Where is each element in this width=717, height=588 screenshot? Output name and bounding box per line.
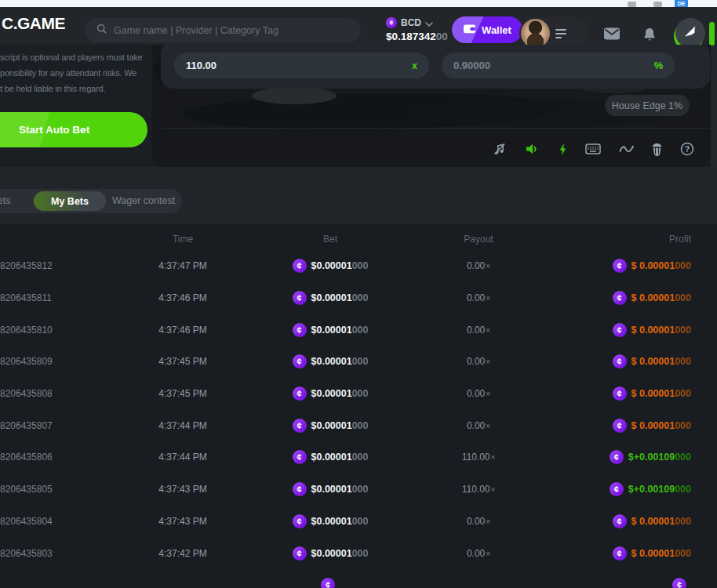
payout-cell: 110.00× (413, 484, 544, 495)
chat-button[interactable] (675, 18, 705, 48)
browser-extension-icon[interactable] (628, 2, 636, 7)
profit-cell (544, 578, 717, 588)
tab-wager-contest[interactable]: Wager contest (112, 195, 175, 206)
win-chance-field[interactable]: % (442, 53, 675, 78)
profit-cell: $ 0.00001000 (544, 514, 717, 528)
bet-amount: $0.00001000 (311, 325, 369, 336)
bet-amount-main: $0.00001 (311, 292, 352, 303)
bet-amount: $0.00001000 (311, 548, 369, 559)
header-profit: Profit (544, 234, 717, 245)
bet-cell: $0.00001000 (248, 450, 413, 464)
profit-amount: $ 0.00001000 (631, 420, 691, 431)
bet-amount-decimals: 000 (352, 260, 369, 271)
strategy-acorn-icon[interactable] (648, 140, 665, 158)
profit-amount-decimals: 000 (675, 484, 691, 495)
profit-cell: $+0.00109000 (544, 482, 717, 496)
bet-cell (248, 578, 413, 588)
game-search[interactable] (85, 18, 361, 42)
payout-cell: 110.00× (413, 452, 544, 463)
tab-my-bets[interactable]: My Bets (34, 191, 106, 211)
hotkeys-keyboard-icon[interactable] (584, 140, 602, 158)
bcd-coin-icon (293, 387, 307, 401)
start-auto-bet-button[interactable]: Start Auto Bet (0, 112, 147, 147)
bet-amount: $0.00001000 (311, 452, 369, 463)
autobet-disclaimer: script is optional and players must take… (0, 49, 143, 96)
profit-amount-main: $ 0.00001 (631, 292, 675, 303)
table-row[interactable]: 82064358054:37:43 PM$0.00001000110.00×$+… (0, 474, 717, 506)
bet-id-cell: 8206435809 (0, 356, 118, 367)
profit-amount-main: $ 0.00001 (631, 325, 675, 336)
tab-all-bets[interactable]: All Bets (0, 195, 10, 206)
table-row[interactable]: 82064358044:37:43 PM$0.000010000.00×$ 0.… (0, 506, 717, 538)
table-row[interactable]: 82064358074:37:44 PM$0.000010000.00×$ 0.… (0, 409, 717, 441)
profit-amount-decimals: 000 (675, 356, 691, 367)
table-row[interactable]: 82064358104:37:46 PM$0.000010000.00×$ 0.… (0, 314, 717, 346)
header-payout: Payout (413, 234, 544, 245)
bcd-coin-icon (613, 259, 627, 273)
bcd-coin-icon (293, 354, 307, 368)
bcd-coin-icon (293, 546, 307, 561)
win-chance-input[interactable] (453, 60, 654, 71)
profit-amount-decimals: 000 (675, 452, 691, 463)
site-logo[interactable]: C.GAME (2, 14, 65, 33)
help-circle-icon[interactable]: ? (679, 140, 696, 158)
payout-cell: 0.00× (413, 325, 544, 336)
payout-multiplier-sign: × (486, 262, 490, 270)
bcd-coin-icon (613, 354, 627, 368)
bet-amount-main: $0.00001 (311, 420, 352, 431)
messages-envelope-icon[interactable] (604, 27, 620, 43)
bet-amount-decimals: 000 (352, 548, 369, 559)
profit-amount: $+0.00109000 (628, 452, 691, 463)
scrollbar-thumb[interactable] (709, 22, 715, 45)
wallet-icon (463, 23, 476, 37)
profit-cell: $+0.00109000 (544, 450, 717, 464)
bcd-coin-icon (672, 578, 686, 588)
browser-extension-icon[interactable] (653, 2, 662, 7)
bet-id-cell: 8206435811 (0, 292, 118, 303)
bet-amount-main: $0.00001 (311, 484, 352, 495)
table-row[interactable]: 82064358114:37:46 PM$0.000010000.00×$ 0.… (0, 282, 717, 314)
table-row[interactable]: 82064358064:37:44 PM$0.00001000110.00×$+… (0, 441, 717, 474)
live-stats-wave-icon[interactable] (618, 140, 635, 158)
table-row[interactable]: 82064358084:37:45 PM$0.000010000.00×$ 0.… (0, 378, 717, 410)
profit-cell: $ 0.00001000 (544, 291, 717, 305)
payout-multiplier-field[interactable]: x (174, 53, 429, 78)
profit-cell: $ 0.00001000 (544, 546, 717, 561)
game-panel: x % House Edge 1% ? (151, 45, 711, 167)
currency-selector[interactable]: BCD $0.18734200 (386, 16, 448, 42)
payout-multiplier-sign: × (486, 294, 490, 303)
avatar[interactable] (521, 19, 550, 48)
wallet-button[interactable]: Wallet (452, 16, 522, 43)
bet-amount-decimals: 000 (352, 516, 369, 527)
header-time: Time (118, 234, 248, 245)
sound-on-icon[interactable] (523, 140, 540, 158)
bet-inputs-panel: x % (161, 45, 710, 89)
profit-cell: $ 0.00001000 (544, 259, 717, 273)
profit-amount-decimals: 000 (675, 516, 691, 527)
bet-amount: $0.00001000 (311, 420, 369, 431)
time-cell: 4:37:46 PM (118, 325, 248, 336)
table-row[interactable]: 82064358124:37:47 PM$0.000010000.00×$ 0.… (0, 250, 717, 282)
table-row[interactable]: 82064358034:37:42 PM$0.000010000.00×$ 0.… (0, 537, 717, 569)
payout-multiplier-sign: × (486, 326, 490, 335)
table-row[interactable]: 82064358094:37:45 PM$0.000010000.00×$ 0.… (0, 346, 717, 378)
search-input[interactable] (114, 25, 349, 36)
payout-multiplier-sign: × (490, 485, 495, 494)
bcd-coin-icon (293, 450, 307, 464)
bcd-coin-icon (293, 323, 307, 337)
bet-amount-decimals: 000 (352, 452, 369, 463)
payout-multiplier-input[interactable] (186, 60, 412, 71)
profit-cell: $ 0.00001000 (544, 323, 717, 337)
payout-multiplier-sign: × (486, 358, 490, 366)
music-muted-icon[interactable] (491, 140, 508, 158)
payout-multiplier-sign: × (490, 453, 495, 462)
notifications-bell-icon[interactable] (643, 27, 656, 45)
table-row[interactable] (0, 569, 717, 588)
turbo-bolt-icon[interactable] (554, 140, 571, 158)
payout-multiplier-sign: × (486, 517, 490, 526)
bets-tab-bar: All Bets My Bets Wager contest (0, 189, 182, 213)
profit-amount: $ 0.00001000 (631, 292, 691, 303)
bcd-coin-icon (610, 482, 624, 496)
profit-amount: $ 0.00001000 (631, 516, 691, 527)
bcd-coin-icon (293, 482, 307, 496)
